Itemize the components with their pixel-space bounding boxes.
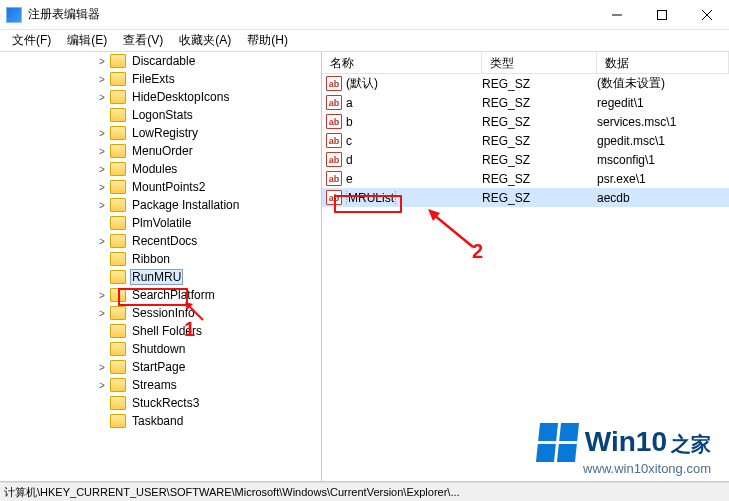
folder-icon [110, 54, 126, 68]
expand-icon[interactable]: > [96, 164, 108, 175]
tree-item-label: Discardable [130, 54, 197, 68]
folder-icon [110, 234, 126, 248]
tree-item[interactable]: >Modules [0, 160, 321, 178]
list-body[interactable]: ab(默认)REG_SZ(数值未设置)abaREG_SZregedit\1abb… [322, 74, 729, 481]
value-name: c [346, 134, 352, 148]
tree-item[interactable]: Shutdown [0, 340, 321, 358]
string-value-icon: ab [326, 171, 342, 186]
value-name: b [346, 115, 353, 129]
status-bar: 计算机\HKEY_CURRENT_USER\SOFTWARE\Microsoft… [0, 482, 729, 501]
tree-item-label: StuckRects3 [130, 396, 201, 410]
tree-item[interactable]: Shell Folders [0, 322, 321, 340]
menu-file[interactable]: 文件(F) [4, 30, 59, 51]
expand-icon[interactable]: > [96, 200, 108, 211]
value-name: e [346, 172, 353, 186]
window-title: 注册表编辑器 [28, 6, 100, 23]
col-type[interactable]: 类型 [482, 52, 597, 73]
tree-item-label: SessionInfo [130, 306, 197, 320]
value-name: (默认) [346, 76, 378, 90]
tree-item[interactable]: RunMRU [0, 268, 321, 286]
tree-item[interactable]: Ribbon [0, 250, 321, 268]
folder-icon [110, 306, 126, 320]
list-row[interactable]: abMRUListREG_SZaecdb [322, 188, 729, 207]
tree-item[interactable]: >MountPoints2 [0, 178, 321, 196]
close-button[interactable] [684, 0, 729, 30]
tree-item[interactable]: Taskband [0, 412, 321, 430]
tree-item[interactable]: >LowRegistry [0, 124, 321, 142]
expand-icon[interactable]: > [96, 380, 108, 391]
value-type: REG_SZ [482, 153, 597, 167]
registry-tree[interactable]: >Discardable>FileExts>HideDesktopIconsLo… [0, 52, 322, 481]
titlebar: 注册表编辑器 [0, 0, 729, 30]
menu-help[interactable]: 帮助(H) [239, 30, 296, 51]
tree-item[interactable]: >Package Installation [0, 196, 321, 214]
expand-icon[interactable]: > [96, 128, 108, 139]
list-row[interactable]: abaREG_SZregedit\1 [322, 93, 729, 112]
tree-item[interactable]: >FileExts [0, 70, 321, 88]
tree-item-label: Package Installation [130, 198, 241, 212]
value-data: psr.exe\1 [597, 172, 729, 186]
string-value-icon: ab [326, 76, 342, 91]
string-value-icon: ab [326, 190, 342, 205]
expand-icon[interactable]: > [96, 182, 108, 193]
tree-item[interactable]: >SearchPlatform [0, 286, 321, 304]
value-data: gpedit.msc\1 [597, 134, 729, 148]
expand-icon[interactable]: > [96, 236, 108, 247]
expand-icon[interactable]: > [96, 308, 108, 319]
menu-edit[interactable]: 编辑(E) [59, 30, 115, 51]
tree-item[interactable]: StuckRects3 [0, 394, 321, 412]
menubar: 文件(F) 编辑(E) 查看(V) 收藏夹(A) 帮助(H) [0, 30, 729, 52]
expand-icon[interactable]: > [96, 92, 108, 103]
tree-item[interactable]: >SessionInfo [0, 304, 321, 322]
list-row[interactable]: ab(默认)REG_SZ(数值未设置) [322, 74, 729, 93]
tree-item-label: FileExts [130, 72, 177, 86]
workspace: >Discardable>FileExts>HideDesktopIconsLo… [0, 52, 729, 482]
value-data: aecdb [597, 191, 729, 205]
tree-item-label: LogonStats [130, 108, 195, 122]
list-row[interactable]: abdREG_SZmsconfig\1 [322, 150, 729, 169]
expand-icon[interactable]: > [96, 146, 108, 157]
list-row[interactable]: abbREG_SZservices.msc\1 [322, 112, 729, 131]
minimize-button[interactable] [594, 0, 639, 30]
maximize-button[interactable] [639, 0, 684, 30]
tree-item[interactable]: >StartPage [0, 358, 321, 376]
tree-item-label: RunMRU [130, 269, 183, 285]
list-row[interactable]: abeREG_SZpsr.exe\1 [322, 169, 729, 188]
folder-icon [110, 108, 126, 122]
folder-icon [110, 144, 126, 158]
tree-item[interactable]: >RecentDocs [0, 232, 321, 250]
value-data: regedit\1 [597, 96, 729, 110]
folder-icon [110, 162, 126, 176]
tree-item[interactable]: LogonStats [0, 106, 321, 124]
menu-favorites[interactable]: 收藏夹(A) [171, 30, 239, 51]
tree-item-label: Shell Folders [130, 324, 204, 338]
tree-item-label: Shutdown [130, 342, 187, 356]
tree-item[interactable]: >MenuOrder [0, 142, 321, 160]
tree-item-label: Ribbon [130, 252, 172, 266]
value-name: MRUList [346, 191, 396, 205]
col-name[interactable]: 名称 [322, 52, 482, 73]
tree-item-label: Streams [130, 378, 179, 392]
folder-icon [110, 252, 126, 266]
tree-item-label: LowRegistry [130, 126, 200, 140]
expand-icon[interactable]: > [96, 362, 108, 373]
folder-icon [110, 90, 126, 104]
menu-view[interactable]: 查看(V) [115, 30, 171, 51]
tree-item[interactable]: >HideDesktopIcons [0, 88, 321, 106]
tree-item-label: Taskband [130, 414, 185, 428]
tree-item[interactable]: PlmVolatile [0, 214, 321, 232]
expand-icon[interactable]: > [96, 290, 108, 301]
value-name: a [346, 96, 353, 110]
tree-item[interactable]: >Discardable [0, 52, 321, 70]
tree-item-label: RecentDocs [130, 234, 199, 248]
tree-item-label: HideDesktopIcons [130, 90, 231, 104]
expand-icon[interactable]: > [96, 56, 108, 67]
expand-icon[interactable]: > [96, 74, 108, 85]
list-row[interactable]: abcREG_SZgpedit.msc\1 [322, 131, 729, 150]
folder-icon [110, 360, 126, 374]
folder-icon [110, 270, 126, 284]
tree-item[interactable]: >Streams [0, 376, 321, 394]
folder-icon [110, 198, 126, 212]
col-data[interactable]: 数据 [597, 52, 729, 73]
window-controls [594, 0, 729, 30]
